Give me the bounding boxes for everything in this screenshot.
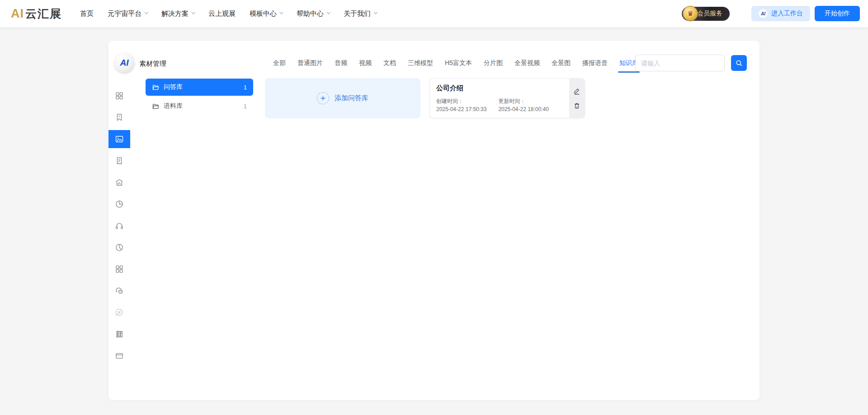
sidebar-item-images[interactable] bbox=[108, 130, 130, 148]
delete-button[interactable] bbox=[573, 102, 580, 109]
sidebar-item-apps[interactable] bbox=[108, 260, 130, 278]
sidebar-item-analytics[interactable] bbox=[108, 195, 130, 213]
updated-time-value: 2025-04-22 18:00:40 bbox=[498, 105, 548, 113]
folder-item-corpus-library[interactable]: 语料库 1 bbox=[146, 98, 253, 115]
bookmark-icon bbox=[115, 113, 124, 122]
member-service-button[interactable]: ♛ 会员服务 bbox=[682, 7, 730, 21]
folder-count: 1 bbox=[244, 103, 247, 110]
tab-panorama-video[interactable]: 全景视频 bbox=[514, 59, 540, 67]
nav-item-label: 云上观展 bbox=[208, 9, 236, 18]
chevron-down-icon bbox=[373, 10, 377, 14]
chevron-down-icon bbox=[326, 10, 330, 14]
nav-item-label: 帮助中心 bbox=[297, 9, 324, 18]
knowledge-folder-list: 问答库 1 语料库 1 bbox=[146, 79, 253, 117]
tab-all[interactable]: 全部 bbox=[273, 59, 286, 67]
nav-item-label: 模板中心 bbox=[250, 9, 277, 18]
search-input[interactable] bbox=[641, 60, 719, 67]
search-box bbox=[635, 55, 725, 71]
knowledge-card-body: 公司介绍 创建时间： 2025-04-22 17:50:33 更新时间： 202… bbox=[430, 79, 569, 118]
nav-item-solutions[interactable]: 解决方案 bbox=[161, 9, 194, 18]
headphones-icon bbox=[115, 221, 124, 230]
add-qa-library-label: 添加问答库 bbox=[335, 94, 368, 103]
tab-panorama-image[interactable]: 全景图 bbox=[552, 59, 571, 67]
folder-item-qa-library[interactable]: 问答库 1 bbox=[146, 79, 253, 96]
sidebar-item-library[interactable] bbox=[108, 325, 130, 343]
brand-logo-name: 云汇展 bbox=[25, 6, 62, 21]
tab-3d-models[interactable]: 三维模型 bbox=[408, 59, 433, 67]
search-button[interactable] bbox=[731, 55, 747, 71]
receipt-icon bbox=[115, 156, 124, 165]
updated-time-label: 更新时间： bbox=[498, 97, 548, 105]
knowledge-card: 公司介绍 创建时间： 2025-04-22 17:50:33 更新时间： 202… bbox=[429, 78, 585, 118]
created-time-value: 2025-04-22 17:50:33 bbox=[436, 105, 486, 113]
tab-audio[interactable]: 音频 bbox=[335, 59, 347, 67]
nav-item-help-center[interactable]: 帮助中心 bbox=[297, 9, 330, 18]
created-time: 创建时间： 2025-04-22 17:50:33 bbox=[436, 97, 486, 113]
tab-tiled-images[interactable]: 分片图 bbox=[484, 59, 503, 67]
page-title: 素材管理 bbox=[139, 60, 166, 68]
message-icon bbox=[115, 308, 124, 317]
sidebar-item-bookmark[interactable] bbox=[108, 108, 130, 126]
tab-documents[interactable]: 文档 bbox=[383, 59, 396, 67]
topbar-actions: ♛ 会员服务 AI 进入工作台 开始创作 bbox=[682, 6, 860, 21]
app-avatar-monogram: AI bbox=[120, 58, 129, 68]
knowledge-card-times: 创建时间： 2025-04-22 17:50:33 更新时间： 2025-04-… bbox=[436, 97, 563, 113]
app-avatar: AI bbox=[114, 52, 135, 73]
enter-workspace-button[interactable]: AI 进入工作台 bbox=[751, 6, 810, 21]
search-icon bbox=[735, 59, 743, 67]
exhibition-hall-icon bbox=[115, 178, 124, 187]
sidebar-item-browser[interactable] bbox=[108, 347, 130, 365]
sidebar-item-audio[interactable] bbox=[108, 217, 130, 235]
plus-icon bbox=[317, 92, 329, 104]
material-management-panel: AI 素材管理 全部 普通图片 音频 视频 文档 三维模型 H5富文本 分片图 … bbox=[108, 41, 760, 400]
tab-video[interactable]: 视频 bbox=[359, 59, 372, 67]
nav-item-metaverse-platform[interactable]: 元宇宙平台 bbox=[108, 9, 147, 18]
workspace-logo-icon: AI bbox=[759, 9, 768, 18]
nav-item-online-exhibition[interactable]: 云上观展 bbox=[208, 9, 236, 18]
tab-h5-richtext[interactable]: H5富文本 bbox=[445, 59, 472, 67]
sidebar-item-grid[interactable] bbox=[108, 87, 130, 105]
created-time-label: 创建时间： bbox=[436, 97, 486, 105]
chevron-down-icon bbox=[191, 10, 195, 14]
main-nav: 首页 元宇宙平台 解决方案 云上观展 模板中心 帮助中心 关于我们 bbox=[80, 9, 377, 18]
edit-pencil-icon bbox=[573, 88, 580, 95]
knowledge-card-title: 公司介绍 bbox=[436, 84, 563, 93]
chevron-down-icon bbox=[144, 10, 148, 14]
sidebar-item-exhibition-hall[interactable] bbox=[108, 173, 130, 191]
brand-logo[interactable]: AI 云汇展 bbox=[11, 6, 62, 21]
nav-item-label: 首页 bbox=[80, 9, 94, 18]
sidebar-item-statistics[interactable] bbox=[108, 238, 130, 256]
pie-chart-icon-2 bbox=[115, 243, 124, 252]
add-qa-library-button[interactable]: 添加问答库 bbox=[265, 78, 420, 118]
folder-count: 1 bbox=[244, 84, 247, 91]
trash-icon bbox=[573, 102, 580, 109]
nav-item-about-us[interactable]: 关于我们 bbox=[344, 9, 377, 18]
updated-time: 更新时间： 2025-04-22 18:00:40 bbox=[498, 97, 548, 113]
edit-button[interactable] bbox=[573, 88, 580, 95]
tab-normal-images[interactable]: 普通图片 bbox=[297, 59, 323, 67]
grid-icon bbox=[115, 91, 124, 100]
sidebar-item-comments[interactable] bbox=[108, 303, 130, 322]
image-icon bbox=[115, 135, 124, 144]
vip-medal-icon: ♛ bbox=[683, 6, 698, 21]
folder-icon bbox=[152, 103, 160, 110]
brand-logo-ai: AI bbox=[11, 7, 24, 21]
folder-label: 语料库 bbox=[164, 102, 183, 110]
start-creating-button[interactable]: 开始创作 bbox=[815, 6, 860, 21]
pie-chart-icon bbox=[115, 200, 124, 209]
sidebar-item-chat-bot[interactable] bbox=[108, 282, 130, 300]
sidebar-item-documents[interactable] bbox=[108, 152, 130, 170]
library-icon bbox=[115, 330, 124, 339]
tab-broadcast-voice[interactable]: 播报语音 bbox=[582, 59, 608, 67]
folder-label: 问答库 bbox=[164, 83, 183, 91]
nav-item-template-center[interactable]: 模板中心 bbox=[250, 9, 283, 18]
nav-item-label: 元宇宙平台 bbox=[108, 9, 142, 18]
grid-icon-2 bbox=[115, 265, 124, 274]
chat-bot-icon bbox=[115, 286, 124, 295]
folder-icon bbox=[152, 84, 160, 91]
nav-item-home[interactable]: 首页 bbox=[80, 9, 94, 18]
knowledge-card-actions bbox=[569, 79, 585, 118]
nav-item-label: 解决方案 bbox=[161, 9, 189, 18]
member-service-label: 会员服务 bbox=[697, 9, 722, 18]
start-creating-label: 开始创作 bbox=[825, 9, 850, 18]
